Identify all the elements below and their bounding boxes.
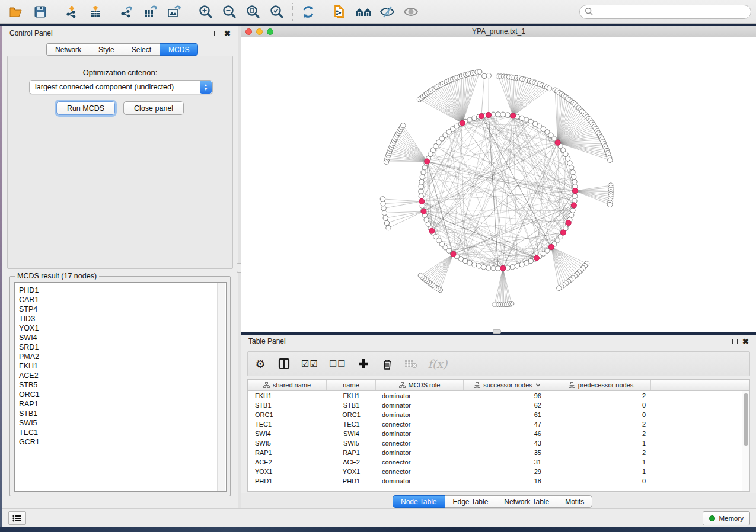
mcds-result-item[interactable]: TID3: [19, 314, 226, 323]
table-cell: 0: [551, 476, 651, 486]
delete-icon[interactable]: [381, 356, 394, 371]
import-network-icon: [65, 5, 79, 19]
table-row[interactable]: TEC1TEC1connector472: [248, 419, 749, 429]
mcds-result-item[interactable]: ORC1: [19, 390, 226, 399]
mcds-result-item[interactable]: PHD1: [19, 286, 226, 295]
show-graphics-button[interactable]: [399, 2, 423, 22]
save-button[interactable]: [28, 2, 52, 22]
select-all-icon[interactable]: ☑☑: [301, 356, 318, 371]
zoom-fit-icon: [245, 4, 261, 20]
close-panel-icon[interactable]: ✖: [224, 31, 231, 36]
hide-graphics-button[interactable]: [375, 2, 399, 22]
mcds-list-scrollbar[interactable]: [217, 283, 225, 492]
column-header-predecessor-nodes[interactable]: predecessor nodes: [551, 380, 651, 390]
mcds-result-list[interactable]: PHD1CAR1STP4TID3YOX1SWI4SRD1PMA2FKH1ACE2…: [14, 282, 227, 492]
table-cell: 2: [551, 419, 651, 429]
mcds-result-item[interactable]: STP4: [19, 305, 226, 314]
table-cell: 1: [551, 467, 651, 476]
tab-node-table[interactable]: Node Table: [393, 495, 445, 508]
mcds-result-item[interactable]: SRD1: [19, 342, 226, 352]
toolbar-separator: [324, 3, 324, 21]
import-network-button[interactable]: [60, 2, 84, 22]
add-icon[interactable]: [357, 356, 370, 371]
mcds-node: [572, 188, 578, 193]
table-row[interactable]: ORC1ORC1dominator610: [248, 410, 749, 419]
export-network-icon: [119, 5, 135, 19]
export-table-button[interactable]: [139, 2, 162, 22]
table-row[interactable]: PHD1PHD1dominator180: [248, 476, 749, 486]
mcds-result-item[interactable]: CAR1: [19, 295, 226, 305]
table-cell: 2: [551, 391, 651, 400]
table-header-row: shared namenameMCDS rolesuccessor nodesp…: [248, 380, 749, 391]
tab-edge-table[interactable]: Edge Table: [445, 495, 496, 508]
tab-style[interactable]: Style: [90, 43, 123, 56]
mcds-result-item[interactable]: FKH1: [19, 361, 226, 371]
network-graph-canvas[interactable]: [241, 37, 756, 332]
mcds-result-item[interactable]: SWI5: [19, 418, 226, 428]
table-row[interactable]: SWI4SWI4dominator462: [248, 429, 749, 438]
sort-descending-icon: [535, 383, 541, 387]
table-row[interactable]: YOX1YOX1connector291: [248, 467, 749, 476]
search-input[interactable]: [594, 8, 746, 16]
tab-mcds[interactable]: MCDS: [160, 43, 198, 56]
mcds-result-item[interactable]: TEC1: [19, 428, 226, 437]
zoom-out-button[interactable]: [218, 2, 241, 22]
tab-network[interactable]: Network: [46, 43, 90, 56]
table-cell: connector: [376, 438, 464, 448]
mcds-result-item[interactable]: SWI4: [19, 333, 226, 342]
columns-icon[interactable]: [277, 356, 291, 371]
column-header-successor-nodes[interactable]: successor nodes: [464, 380, 551, 390]
table-cell: ACE2: [327, 457, 376, 467]
table-row[interactable]: STB1STB1dominator620: [248, 400, 749, 410]
tab-select[interactable]: Select: [123, 43, 160, 56]
close-panel-button[interactable]: Close panel: [123, 101, 184, 115]
close-panel-icon[interactable]: ✖: [742, 339, 749, 344]
share-document-button[interactable]: [328, 2, 352, 22]
mcds-result-item[interactable]: ACE2: [19, 371, 226, 380]
table-cell: TEC1: [327, 419, 376, 429]
table-row[interactable]: FKH1FKH1dominator962: [248, 391, 749, 400]
mcds-result-item[interactable]: PMA2: [19, 352, 226, 361]
column-header-name[interactable]: name: [327, 380, 376, 390]
mcds-result-items: PHD1CAR1STP4TID3YOX1SWI4SRD1PMA2FKH1ACE2…: [15, 283, 226, 447]
column-header-MCDS-role[interactable]: MCDS role: [376, 380, 464, 390]
table-row[interactable]: RAP1RAP1dominator352: [248, 448, 749, 457]
run-mcds-button[interactable]: Run MCDS: [56, 101, 115, 115]
zoom-fit-button[interactable]: [241, 2, 265, 22]
mcds-result-item[interactable]: RAP1: [19, 399, 226, 409]
optimization-criterion-value: largest connected component (undirected): [35, 83, 174, 91]
table-cell: 0: [551, 410, 651, 419]
task-history-button[interactable]: [8, 511, 26, 525]
mcds-result-item[interactable]: STB5: [19, 380, 226, 390]
float-panel-icon[interactable]: [214, 31, 219, 36]
table-scrollbar-thumb[interactable]: [744, 393, 748, 446]
deselect-all-icon[interactable]: ☐☐: [329, 356, 346, 371]
horizontal-splitter-grip[interactable]: [493, 329, 501, 334]
refresh-button[interactable]: [296, 2, 320, 22]
export-image-button[interactable]: [162, 2, 186, 22]
export-network-button[interactable]: [115, 2, 139, 22]
table-cell: SWI4: [248, 429, 327, 438]
table-cell: RAP1: [248, 448, 327, 457]
mcds-result-item[interactable]: YOX1: [19, 323, 226, 333]
mcds-result-item[interactable]: GCR1: [19, 437, 226, 447]
table-row[interactable]: ACE2ACE2connector311: [248, 457, 749, 467]
zoom-in-button[interactable]: [194, 2, 218, 22]
open-file-button[interactable]: [5, 2, 28, 22]
float-panel-icon[interactable]: [732, 339, 738, 344]
network-window-titlebar[interactable]: YPA_prune.txt_1: [241, 26, 756, 37]
hide-panels-button[interactable]: [352, 2, 375, 22]
toolbar-search-box: [579, 5, 751, 19]
table-cell: 61: [464, 410, 551, 419]
tab-motifs[interactable]: Motifs: [557, 495, 592, 508]
memory-button[interactable]: Memory: [703, 511, 750, 525]
mcds-result-item[interactable]: STB1: [19, 409, 226, 418]
table-scrollbar[interactable]: [742, 391, 749, 491]
column-header-shared-name[interactable]: shared name: [248, 380, 327, 390]
tab-network-table[interactable]: Network Table: [496, 495, 557, 508]
table-row[interactable]: SWI5SWI5connector431: [248, 438, 749, 448]
zoom-selected-button[interactable]: [265, 2, 289, 22]
optimization-criterion-select[interactable]: largest connected component (undirected)…: [29, 80, 213, 94]
import-table-button[interactable]: [84, 2, 107, 22]
gear-icon[interactable]: ⚙: [254, 356, 267, 371]
